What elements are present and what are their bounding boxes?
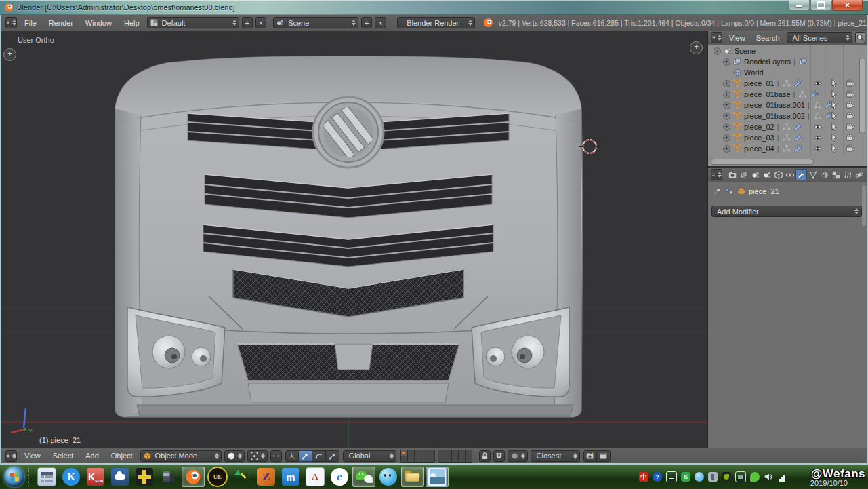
taskbar-ue[interactable]: UE	[206, 467, 229, 487]
taskbar-calculator[interactable]	[35, 467, 58, 487]
selectability-cursor-icon[interactable]	[829, 79, 839, 88]
layer-toggle[interactable]	[421, 450, 428, 456]
pin-icon[interactable]	[712, 187, 722, 196]
tray-volume[interactable]	[764, 472, 773, 482]
layer-toggle[interactable]	[401, 450, 407, 456]
properties-tab-particles[interactable]	[842, 169, 853, 180]
visibility-eye-icon[interactable]	[813, 133, 823, 142]
tray-help[interactable]: ?	[653, 472, 662, 482]
taskbar-kugou[interactable]: K	[60, 467, 83, 487]
taskbar-zbrush[interactable]: Z	[255, 467, 278, 487]
renderability-camera-icon[interactable]	[846, 100, 855, 110]
start-button[interactable]	[4, 467, 24, 487]
window-titlebar[interactable]: Blender [C:\Users\Administrator\Desktop\…	[0, 0, 868, 15]
pivot-point-selector[interactable]	[247, 450, 268, 462]
expander-icon[interactable]: +	[723, 58, 730, 66]
outliner-search-button[interactable]	[855, 32, 865, 43]
taskbar-pentool[interactable]	[230, 467, 253, 487]
layer-toggle[interactable]	[466, 450, 472, 456]
render-animation-clapper-button[interactable]	[597, 450, 611, 462]
properties-tab-render[interactable]	[726, 169, 738, 180]
mode-selector[interactable]: Object Mode	[140, 450, 222, 462]
add-modifier-dropdown[interactable]: Add Modifier	[711, 206, 862, 217]
snap-element-selector[interactable]	[508, 450, 528, 462]
selectability-cursor-icon[interactable]	[829, 111, 839, 121]
layer-toggle[interactable]	[415, 450, 421, 456]
taskbar-ie[interactable]: e	[328, 467, 351, 487]
taskbar-photo-viewer[interactable]	[426, 467, 449, 487]
properties-tab-material[interactable]	[819, 169, 830, 180]
properties-tab-scene[interactable]	[749, 169, 761, 180]
manipulator-toggle-button[interactable]	[285, 450, 299, 462]
info-menu-file[interactable]: File	[24, 19, 37, 27]
editor-type-info-button[interactable]	[5, 17, 17, 28]
expander-icon[interactable]: +	[723, 145, 730, 153]
selectability-cursor-icon[interactable]	[829, 133, 839, 142]
properties-tab-modifiers[interactable]	[795, 169, 807, 180]
layer-toggle[interactable]	[401, 456, 407, 462]
layer-toggle[interactable]	[452, 456, 458, 462]
view3d-menu-object[interactable]: Object	[111, 452, 133, 460]
tray-signal[interactable]	[777, 472, 787, 482]
tray-usb[interactable]	[708, 472, 718, 482]
layer-toggle[interactable]	[445, 456, 451, 462]
outliner-menu-search[interactable]: Search	[756, 34, 780, 42]
node-icon[interactable]	[724, 187, 734, 196]
renderability-camera-icon[interactable]	[846, 90, 855, 99]
view3d-menu-add[interactable]: Add	[85, 452, 99, 460]
tray-drop[interactable]	[695, 472, 704, 482]
delete-scene-button[interactable]: ×	[375, 17, 386, 28]
tray-nvidia[interactable]	[722, 472, 731, 482]
properties-tab-object-data[interactable]	[807, 169, 819, 180]
visibility-eye-icon[interactable]	[813, 100, 823, 110]
expander-icon[interactable]: +	[723, 102, 730, 109]
viewport-3d[interactable]: Y User Ortho (1) piece_21 + +	[1, 31, 707, 448]
selectability-cursor-icon[interactable]	[829, 100, 839, 110]
tray-ime[interactable]: 中	[639, 472, 648, 482]
visibility-eye-icon[interactable]	[813, 111, 823, 121]
expander-icon[interactable]: +	[723, 123, 730, 131]
renderability-camera-icon[interactable]	[846, 122, 855, 132]
editor-type-properties-button[interactable]	[711, 169, 722, 180]
visibility-eye-icon[interactable]	[813, 144, 823, 153]
snap-toggle-magnet-button[interactable]	[493, 450, 505, 462]
delete-layout-button[interactable]: ×	[255, 17, 266, 28]
layer-toggle[interactable]	[459, 450, 465, 456]
properties-region-expand-button[interactable]: +	[690, 41, 703, 54]
layer-toggle[interactable]	[408, 456, 414, 462]
snap-target-selector[interactable]: Closest	[531, 450, 580, 462]
rotate-manipulator-button[interactable]	[312, 450, 326, 462]
editor-type-3dview-button[interactable]	[5, 450, 17, 462]
close-button[interactable]: ×	[832, 0, 863, 11]
maximize-button[interactable]	[810, 0, 831, 11]
taskbar-ksoa[interactable]: Ksoa	[84, 467, 107, 487]
layer-toggle[interactable]	[452, 450, 458, 456]
taskbar-maxthon[interactable]: m	[279, 467, 302, 487]
pivot-align-toggle[interactable]	[270, 450, 282, 462]
layer-toggle[interactable]	[408, 450, 414, 456]
scenes-filter-dropdown[interactable]: All Scenes	[787, 32, 852, 43]
properties-tab-world[interactable]	[761, 169, 772, 180]
taskbar-blender[interactable]	[182, 467, 205, 487]
renderability-camera-icon[interactable]	[846, 111, 855, 121]
properties-tab-texture[interactable]	[830, 169, 842, 180]
layer-toggle[interactable]	[428, 456, 434, 462]
visibility-eye-icon[interactable]	[813, 90, 823, 99]
renderability-camera-icon[interactable]	[846, 133, 855, 142]
properties-vscrollbar[interactable]	[862, 185, 866, 226]
render-engine-selector[interactable]: Blender Render	[397, 17, 475, 28]
taskbar-truck[interactable]	[157, 467, 180, 487]
properties-tab-object[interactable]	[772, 169, 784, 180]
screen-layout-selector[interactable]: Default	[147, 17, 239, 28]
view3d-menu-view[interactable]: View	[24, 452, 41, 460]
layer-toggle[interactable]	[428, 450, 434, 456]
expander-icon[interactable]: -	[714, 47, 721, 55]
expander-icon[interactable]: +	[723, 80, 730, 87]
taskbar-cloud[interactable]	[108, 467, 131, 487]
taskbar-explorer[interactable]	[401, 467, 424, 487]
renderability-camera-icon[interactable]	[846, 144, 855, 153]
taskbar-wps-doc[interactable]: A	[304, 467, 327, 487]
view3d-menu-select[interactable]: Select	[53, 452, 74, 460]
tray-win-small[interactable]	[666, 471, 677, 482]
render-still-camera-button[interactable]	[583, 450, 597, 462]
